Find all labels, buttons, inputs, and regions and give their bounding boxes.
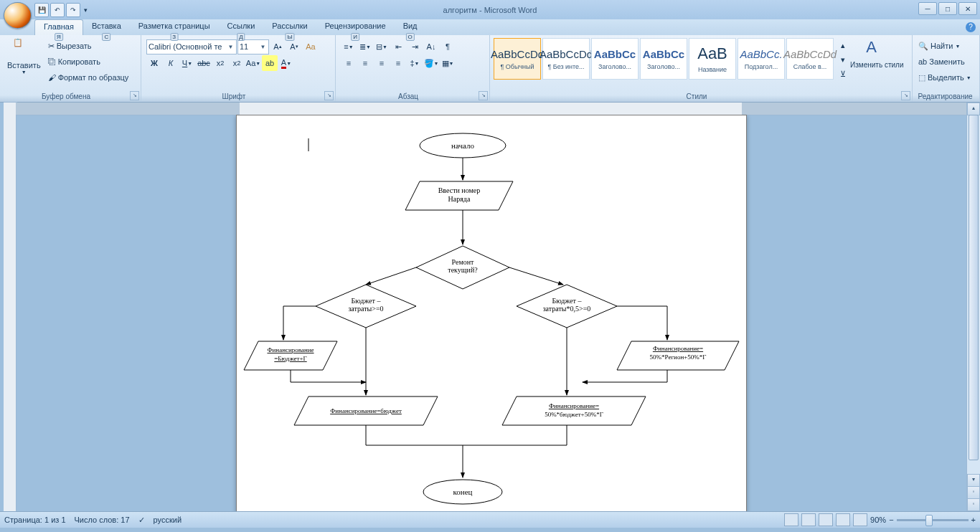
zoom-thumb[interactable] — [925, 515, 933, 526]
zoom-level[interactable]: 90% — [870, 516, 886, 524]
next-page-button[interactable]: ◦ — [967, 498, 980, 511]
horizontal-ruler[interactable] — [16, 103, 967, 115]
borders-button[interactable]: ▦▼ — [440, 55, 456, 71]
maximize-button[interactable]: □ — [938, 2, 957, 15]
group-styles: AaBbCcDd¶ Обычный AaBbCcDd¶ Без инте... … — [490, 35, 913, 102]
view-fullscreen[interactable] — [801, 513, 816, 526]
clear-format-button[interactable]: Aa — [303, 39, 319, 54]
vertical-ruler[interactable] — [4, 103, 17, 511]
multilevel-button[interactable]: ⊟▼ — [374, 39, 390, 54]
find-button[interactable]: 🔍Найти▼ — [915, 38, 976, 54]
superscript-button[interactable]: x2 — [229, 55, 245, 71]
status-bar: Страница: 1 из 1 Число слов: 17 ✓ русски… — [0, 511, 980, 528]
italic-button[interactable]: К — [163, 55, 179, 71]
styles-launcher[interactable]: ↘ — [901, 91, 910, 100]
indent-dec-button[interactable]: ⇤ — [390, 39, 406, 54]
format-painter-button[interactable]: 🖌Формат по образцу — [45, 70, 132, 85]
font-size-combo[interactable]: 11▼ — [237, 39, 269, 54]
indent-inc-button[interactable]: ⇥ — [407, 39, 423, 54]
scroll-thumb[interactable] — [969, 115, 979, 460]
replace-button[interactable]: abЗаменить — [915, 54, 976, 70]
font-color-button[interactable]: A▼ — [278, 55, 294, 71]
ribbon: 📋 Вставить ▼ ✂Вырезать ⿻Копировать 🖌Форм… — [0, 35, 980, 103]
document-area: начало Ввести номер Наряда Ремонт текущи… — [0, 103, 980, 511]
sort-button[interactable]: A↓ — [423, 39, 439, 54]
qat-redo[interactable]: ↷ — [66, 3, 80, 17]
shrink-font-button[interactable]: A▾ — [286, 39, 302, 54]
svg-text:конец: конец — [453, 488, 473, 496]
status-language[interactable]: русский — [154, 516, 182, 524]
change-case-button[interactable]: Aa▼ — [245, 55, 261, 71]
status-page[interactable]: Страница: 1 из 1 — [4, 516, 66, 524]
status-words[interactable]: Число слов: 17 — [75, 516, 130, 524]
svg-text:Бюджет –: Бюджет – — [552, 297, 583, 305]
svg-text:затраты*0,5>=0: затраты*0,5>=0 — [543, 305, 591, 313]
qat-save[interactable]: 💾 — [34, 3, 49, 17]
style-heading1[interactable]: AaBbCcЗаголово... — [591, 38, 639, 80]
view-web[interactable] — [819, 513, 833, 526]
document-page[interactable]: начало Ввести номер Наряда Ремонт текущи… — [236, 115, 747, 511]
change-styles-icon: A — [866, 38, 887, 60]
tab-home[interactable]: ГлавнаяЯ — [34, 19, 83, 35]
group-editing: 🔍Найти▼ abЗаменить ⬚Выделить▼ Редактиров… — [913, 35, 980, 102]
show-marks-button[interactable]: ¶ — [440, 39, 456, 54]
close-button[interactable]: ✕ — [958, 2, 977, 15]
bullets-button[interactable]: ≡▼ — [341, 39, 357, 54]
align-justify-button[interactable]: ≡ — [390, 55, 406, 71]
highlight-button[interactable]: ab — [262, 55, 278, 71]
help-button[interactable]: ? — [966, 22, 976, 32]
numbering-button[interactable]: ≣▼ — [357, 39, 373, 54]
scroll-up-button[interactable]: ▴ — [967, 103, 980, 115]
style-subtle[interactable]: AaBbCcDdСлабое в... — [786, 38, 834, 80]
view-print-layout[interactable] — [784, 513, 798, 526]
group-paragraph: ≡▼ ≣▼ ⊟▼ ⇤ ⇥ A↓ ¶ ≡ ≡ ≡ ≡ ‡▼ 🪣▼ ▦▼ Абзац… — [336, 35, 490, 102]
style-heading2[interactable]: AaBbCcЗаголово... — [640, 38, 687, 80]
select-button[interactable]: ⬚Выделить▼ — [915, 70, 976, 85]
bold-button[interactable]: Ж — [146, 55, 162, 71]
copy-button[interactable]: ⿻Копировать — [45, 54, 132, 70]
clipboard-launcher[interactable]: ↘ — [130, 91, 139, 100]
svg-text:затраты>=0: затраты>=0 — [348, 305, 383, 313]
status-proof-icon[interactable]: ✓ — [138, 516, 145, 525]
strike-button[interactable]: abc — [196, 55, 212, 71]
svg-text:Финансирование=: Финансирование= — [549, 402, 599, 409]
tab-layout[interactable]: Разметка страницыЗ — [130, 19, 219, 35]
minimize-button[interactable]: ─ — [918, 2, 937, 15]
align-right-button[interactable]: ≡ — [374, 55, 390, 71]
vertical-scrollbar[interactable]: ▴ ▾ ◦ ◦ — [966, 103, 980, 511]
style-normal[interactable]: AaBbCcDd¶ Обычный — [494, 38, 541, 80]
align-left-button[interactable]: ≡ — [341, 55, 357, 71]
tab-view[interactable]: ВидО — [395, 19, 426, 35]
qat-more[interactable]: ▾ — [82, 4, 89, 16]
zoom-in-button[interactable]: + — [971, 516, 976, 524]
find-icon: 🔍 — [918, 42, 928, 51]
view-draft[interactable] — [853, 513, 867, 526]
font-name-combo[interactable]: Calibri (Основной те▼ — [146, 39, 237, 54]
subscript-button[interactable]: x2 — [212, 55, 228, 71]
tab-insert[interactable]: ВставкаС — [83, 19, 130, 35]
line-spacing-button[interactable]: ‡▼ — [407, 55, 423, 71]
font-launcher[interactable]: ↘ — [324, 91, 334, 100]
tab-mailings[interactable]: РассылкиЫ — [263, 19, 316, 35]
svg-text:Бюджет –: Бюджет – — [352, 297, 382, 305]
group-font: Calibri (Основной те▼ 11▼ A▴ A▾ Aa Ж К Ч… — [141, 35, 336, 102]
paragraph-launcher[interactable]: ↘ — [479, 91, 488, 100]
grow-font-button[interactable]: A▴ — [270, 39, 286, 54]
zoom-slider[interactable] — [897, 519, 969, 521]
svg-text:50%*Регион+50%*Г: 50%*Регион+50%*Г — [650, 353, 707, 361]
tab-review[interactable]: РецензированиеИ — [316, 19, 395, 35]
qat-undo[interactable]: ↶ — [50, 3, 65, 17]
shading-button[interactable]: 🪣▼ — [423, 55, 439, 71]
align-center-button[interactable]: ≡ — [357, 55, 373, 71]
tab-references[interactable]: СсылкиД — [219, 19, 264, 35]
zoom-out-button[interactable]: − — [889, 516, 893, 524]
office-button[interactable] — [4, 2, 32, 29]
prev-page-button[interactable]: ◦ — [967, 486, 980, 499]
scroll-down-button[interactable]: ▾ — [967, 474, 980, 487]
style-subtitle[interactable]: AaBbCc.Подзагол... — [738, 38, 785, 80]
view-outline[interactable] — [836, 513, 850, 526]
underline-button[interactable]: Ч▼ — [179, 55, 195, 71]
style-nospacing[interactable]: AaBbCcDd¶ Без инте... — [542, 38, 590, 80]
style-title[interactable]: AaBНазвание — [689, 38, 736, 80]
window-title: алгоритм - Microsoft Word — [443, 6, 537, 14]
